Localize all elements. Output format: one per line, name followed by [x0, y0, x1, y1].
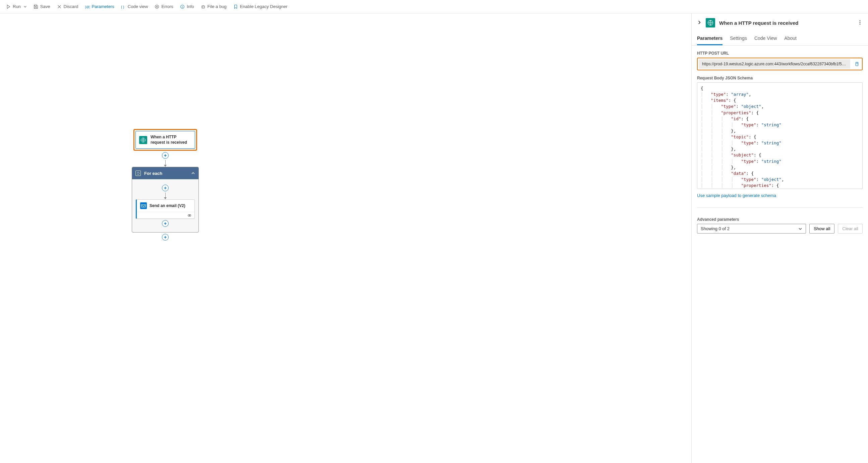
panel-body: HTTP POST URL https://prod-19.westus2.lo…	[692, 45, 868, 239]
bug-icon	[201, 4, 206, 9]
svg-point-5	[202, 6, 204, 8]
connector-arrow	[164, 160, 167, 167]
http-request-icon	[706, 18, 715, 28]
copy-url-button[interactable]	[852, 60, 861, 68]
chevron-up-icon[interactable]	[191, 171, 195, 175]
info-button[interactable]: Info	[177, 0, 197, 13]
workflow-flow: When a HTTP request is received For each	[132, 129, 199, 242]
add-step-button-inner-top[interactable]	[162, 185, 168, 191]
x-icon	[57, 4, 62, 9]
discard-button[interactable]: Discard	[54, 0, 82, 13]
panel-tabs: Parameters Settings Code View About	[692, 32, 868, 45]
save-label: Save	[40, 4, 50, 9]
info-icon	[180, 4, 185, 9]
svg-point-10	[860, 22, 861, 23]
clear-all-button[interactable]: Clear all	[838, 224, 863, 233]
connector-arrow-inner	[164, 193, 167, 199]
legacy-designer-button[interactable]: Enable Legacy Designer	[230, 0, 291, 13]
designer-canvas[interactable]: When a HTTP request is received For each	[0, 13, 691, 463]
section-divider	[697, 207, 863, 208]
svg-rect-6	[142, 205, 146, 207]
parameters-label: Parameters	[92, 4, 114, 9]
outlook-icon	[140, 202, 147, 209]
panel-more-button[interactable]	[857, 20, 863, 26]
tab-code-view[interactable]: Code View	[754, 32, 777, 45]
svg-text:{ }: { }	[121, 5, 124, 8]
run-label: Run	[13, 4, 21, 9]
chevron-down-icon	[798, 227, 802, 231]
errors-label: Errors	[161, 4, 173, 9]
svg-text:[@]: [@]	[85, 5, 90, 8]
info-label: Info	[187, 4, 194, 9]
copy-icon	[854, 62, 859, 66]
svg-point-9	[860, 20, 861, 21]
advanced-params-select[interactable]: Showing 0 of 2	[697, 224, 806, 233]
foreach-body: Send an email (V2)	[132, 179, 198, 232]
chevron-right-icon	[697, 20, 702, 25]
foreach-label: For each	[144, 171, 162, 176]
collapse-panel-button[interactable]	[697, 20, 702, 26]
play-icon	[6, 4, 11, 9]
errors-button[interactable]: Errors	[151, 0, 176, 13]
add-step-button[interactable]	[162, 152, 168, 159]
advanced-params-label: Advanced parameters	[697, 217, 863, 222]
file-bug-button[interactable]: File a bug	[197, 0, 230, 13]
discard-label: Discard	[64, 4, 79, 9]
legacy-label: Enable Legacy Designer	[240, 4, 288, 9]
braces-icon: { }	[121, 4, 126, 9]
schema-field-label: Request Body JSON Schema	[697, 76, 863, 80]
foreach-container: For each Send an email (V2)	[132, 167, 199, 232]
action-label: Send an email (V2)	[150, 203, 185, 208]
tab-parameters[interactable]: Parameters	[697, 32, 722, 45]
trigger-highlight: When a HTTP request is received	[133, 129, 197, 151]
trigger-card[interactable]: When a HTTP request is received	[135, 131, 195, 149]
add-step-button-bottom[interactable]	[162, 234, 168, 240]
save-button[interactable]: Save	[30, 0, 54, 13]
foreach-header[interactable]: For each	[132, 167, 198, 179]
tab-settings[interactable]: Settings	[730, 32, 747, 45]
toolbar: Run Save Discard [@] Parameters { } Code…	[0, 0, 868, 13]
properties-panel: When a HTTP request is received Paramete…	[691, 13, 868, 463]
parameters-button[interactable]: [@] Parameters	[82, 0, 118, 13]
chevron-down-icon	[24, 5, 27, 8]
tab-about[interactable]: About	[784, 32, 797, 45]
action-footer	[137, 212, 194, 219]
svg-point-8	[189, 214, 191, 216]
svg-point-4	[182, 5, 182, 6]
loop-icon	[135, 170, 141, 176]
bookmark-icon	[234, 4, 238, 9]
add-step-button-inner-bottom[interactable]	[162, 220, 168, 227]
trigger-label: When a HTTP request is received	[151, 135, 191, 145]
parameters-icon: [@]	[85, 4, 90, 9]
panel-title: When a HTTP request is received	[719, 20, 853, 26]
http-request-icon	[139, 136, 147, 144]
code-view-button[interactable]: { } Code view	[118, 0, 152, 13]
panel-header: When a HTTP request is received	[692, 13, 868, 32]
connection-icon[interactable]	[187, 213, 192, 218]
save-icon	[33, 4, 38, 9]
error-icon	[155, 4, 159, 9]
file-bug-label: File a bug	[208, 4, 227, 9]
advanced-select-value: Showing 0 of 2	[701, 226, 730, 231]
schema-editor[interactable]: {│ "type": "array",│ "items": {│ │ "type…	[697, 82, 863, 189]
run-button[interactable]: Run	[3, 0, 30, 13]
svg-point-11	[860, 24, 861, 25]
url-input[interactable]: https://prod-19.westus2.logic.azure.com:…	[699, 59, 850, 69]
action-card-send-email[interactable]: Send an email (V2)	[136, 199, 195, 219]
more-vertical-icon	[857, 20, 863, 25]
advanced-params-row: Showing 0 of 2 Show all Clear all	[697, 224, 863, 233]
url-field-label: HTTP POST URL	[697, 51, 863, 56]
svg-rect-12	[856, 63, 858, 66]
code-view-label: Code view	[128, 4, 148, 9]
show-all-button[interactable]: Show all	[809, 224, 835, 233]
sample-payload-link[interactable]: Use sample payload to generate schema	[697, 193, 863, 198]
url-field-highlight: https://prod-19.westus2.logic.azure.com:…	[697, 58, 863, 70]
